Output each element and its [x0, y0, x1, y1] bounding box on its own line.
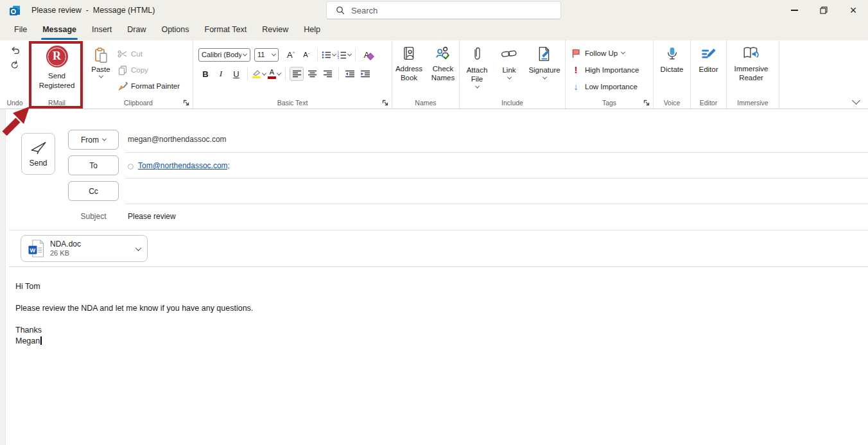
to-label: To — [89, 161, 98, 170]
bold-button[interactable]: B — [198, 67, 213, 81]
immersive-reader-button[interactable]: Immersive Reader — [727, 40, 776, 82]
from-button[interactable]: From — [68, 130, 119, 150]
align-center-button[interactable] — [305, 67, 319, 81]
font-color-chevron-icon — [277, 71, 281, 75]
font-size-select[interactable]: 11 — [254, 48, 279, 62]
to-button[interactable]: To — [68, 155, 119, 175]
group-voice: Dictate Voice — [654, 40, 691, 109]
send-button[interactable]: Send — [21, 133, 55, 175]
paste-chevron-icon — [98, 74, 103, 78]
group-label-basic-text: Basic Text — [193, 99, 392, 107]
low-importance-icon: ↓ — [571, 82, 581, 92]
copy-icon — [117, 65, 128, 75]
left-gutter — [0, 109, 6, 445]
cc-button[interactable]: Cc — [68, 181, 119, 201]
from-value[interactable]: megan@northendassoc.com — [128, 135, 227, 144]
body-message: Please review the NDA and let me know if… — [15, 303, 253, 314]
address-book-icon — [402, 46, 416, 61]
font-color-button[interactable]: A — [267, 67, 281, 81]
decrease-indent-icon — [345, 70, 355, 78]
basic-text-dialog-launcher-icon[interactable] — [382, 100, 388, 106]
numbering-chevron-icon — [347, 51, 352, 56]
close-button[interactable]: × — [838, 0, 868, 21]
high-importance-button[interactable]: ! High Importance — [571, 63, 653, 76]
tags-dialog-launcher-icon[interactable] — [643, 100, 650, 106]
cut-button[interactable]: Cut — [117, 47, 180, 61]
align-left-button[interactable] — [290, 67, 304, 81]
align-center-icon — [308, 70, 317, 78]
underline-button[interactable]: U — [229, 67, 243, 81]
editor-icon — [700, 46, 717, 62]
dictate-icon — [666, 46, 679, 62]
minimize-button[interactable] — [779, 0, 809, 21]
high-importance-label: High Importance — [585, 66, 639, 74]
redo-icon[interactable] — [10, 60, 20, 70]
low-importance-label: Low Importance — [585, 83, 638, 91]
italic-button[interactable]: I — [214, 67, 228, 81]
tab-draw[interactable]: Draw — [119, 21, 153, 40]
highlight-color-button[interactable] — [252, 67, 266, 81]
outlook-app-icon — [8, 4, 21, 17]
check-names-label: Check Names — [427, 64, 459, 82]
decrease-indent-button[interactable] — [343, 67, 357, 81]
attachment-chevron-icon[interactable] — [135, 245, 142, 251]
minimize-icon — [791, 10, 798, 10]
search-box[interactable] — [326, 1, 561, 19]
collapse-ribbon-chevron-icon[interactable] — [852, 96, 860, 105]
bullets-icon — [322, 51, 331, 59]
undo-icon[interactable] — [10, 46, 21, 56]
group-label-names: Names — [392, 99, 459, 107]
dictate-button[interactable]: Dictate — [654, 40, 690, 74]
titlebar: Please review - Message (HTML) × — [0, 0, 868, 21]
numbering-icon: 1 2 3 — [337, 51, 347, 59]
address-book-label: Address Book — [392, 64, 426, 82]
format-painter-button[interactable]: Format Painter — [117, 79, 180, 93]
bullets-button[interactable] — [322, 48, 336, 62]
dictate-label: Dictate — [661, 65, 684, 74]
send-label: Send — [29, 159, 47, 168]
font-size-value: 11 — [257, 51, 270, 58]
from-chevron-icon — [102, 137, 107, 141]
close-icon: × — [850, 4, 857, 16]
tab-options[interactable]: Options — [153, 21, 196, 40]
body-signature: Megan — [15, 336, 40, 345]
shrink-font-button[interactable]: Aˇ — [299, 48, 313, 62]
clear-formatting-button[interactable]: A — [360, 48, 374, 62]
ribbon-filler — [779, 40, 868, 109]
message-body[interactable]: Hi Tom Please review the NDA and let me … — [15, 281, 253, 347]
restore-button[interactable] — [809, 0, 838, 21]
tab-file[interactable]: File — [6, 21, 35, 40]
subject-value[interactable]: Please review — [128, 212, 176, 221]
copy-button[interactable]: Copy — [117, 63, 180, 77]
bullets-chevron-icon — [332, 51, 336, 56]
search-input[interactable] — [351, 6, 531, 15]
cc-label: Cc — [89, 187, 98, 196]
editor-button[interactable]: Editor — [691, 40, 726, 74]
attach-file-icon — [472, 46, 482, 62]
align-right-icon — [323, 70, 333, 78]
font-name-chevron-icon — [243, 51, 247, 56]
numbering-button[interactable]: 1 2 3 — [337, 48, 351, 62]
grow-font-button[interactable]: A^ — [284, 48, 298, 62]
ribbon: Undo R Send Registered RMail Paste — [0, 40, 868, 109]
align-right-button[interactable] — [320, 67, 334, 81]
attachment-card[interactable]: W NDA.doc 26 KB — [21, 235, 148, 262]
clipboard-dialog-launcher-icon[interactable] — [183, 100, 189, 106]
tab-review[interactable]: Review — [254, 21, 296, 40]
immersive-reader-label: Immersive Reader — [727, 64, 776, 82]
low-importance-button[interactable]: ↓ Low Importance — [571, 80, 653, 93]
font-name-select[interactable]: Calibri (Body) — [198, 48, 250, 62]
tab-help[interactable]: Help — [296, 21, 328, 40]
group-label-voice: Voice — [654, 99, 690, 107]
tab-insert[interactable]: Insert — [84, 21, 119, 40]
tab-format-text[interactable]: Format Text — [197, 21, 255, 40]
group-label-tags: Tags — [566, 99, 653, 107]
follow-up-button[interactable]: Follow Up — [571, 46, 653, 60]
tab-message[interactable]: Message — [35, 21, 84, 40]
editor-label: Editor — [699, 65, 718, 74]
svg-text:3: 3 — [338, 57, 340, 59]
outlook-message-window: Please review - Message (HTML) × File Me… — [0, 0, 868, 445]
attach-file-chevron-icon — [474, 84, 479, 89]
increase-indent-button[interactable] — [358, 67, 372, 81]
to-recipient-link[interactable]: Tom@northendassoc.com; — [138, 161, 230, 170]
